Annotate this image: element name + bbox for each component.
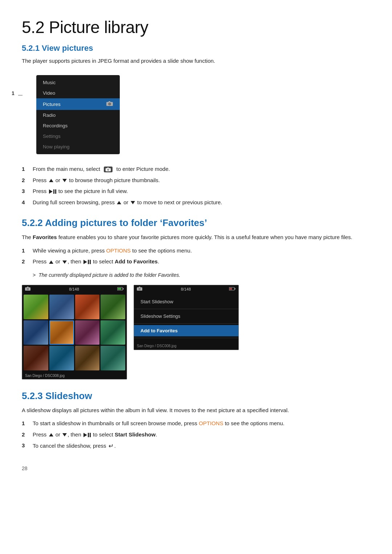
svg-rect-21 xyxy=(229,288,232,290)
step-523-2: 2 Press or , then to select Start Slides… xyxy=(22,431,370,439)
menu-item-music: Music xyxy=(36,77,120,88)
screen-battery xyxy=(117,287,124,291)
step-523-3-text: To cancel the slideshow, press ↵. xyxy=(33,442,116,451)
svg-rect-7 xyxy=(107,168,109,168)
thumbnail-screen: 8/148 San Diego / DSC008. xyxy=(22,285,127,379)
thumb-11 xyxy=(75,346,100,370)
thumbnail-grid xyxy=(22,293,127,372)
screen-footer-right: San Diego / DSC008.jpg xyxy=(134,342,238,350)
thumb-4 xyxy=(101,295,125,319)
step-522-1: 1 While viewing a picture, press OPTIONS… xyxy=(22,247,370,255)
screen-header-right: 8/148 xyxy=(134,285,238,293)
step-num-2: 2 xyxy=(22,176,33,185)
arrow-down-icon-4 xyxy=(62,433,67,436)
screen-battery-r xyxy=(229,287,236,291)
thumb-7 xyxy=(75,320,100,345)
step-522-2-text: Press or , then to select Add to Favorit… xyxy=(33,258,159,266)
opt-add-favorites: Add to Favorites xyxy=(134,325,238,336)
menu-item-now-playing: Now playing xyxy=(36,141,120,152)
opt-divider-2 xyxy=(134,323,238,324)
screen-footer-left: San Diego / DSC008.jpg xyxy=(22,372,127,379)
options-menu-screen: 8/148 Start Slideshow Slideshow Settings… xyxy=(134,285,239,350)
svg-point-10 xyxy=(27,288,28,290)
opt-divider-1 xyxy=(134,309,238,309)
thumb-3 xyxy=(75,295,100,319)
arrow-down-icon-2 xyxy=(131,201,135,204)
camera-icon-inline xyxy=(104,167,113,172)
svg-point-17 xyxy=(139,288,140,290)
thumb-5 xyxy=(24,320,48,345)
menu-item-video: Video xyxy=(36,88,120,98)
step-521-2-text: Press or to browse through picture thumb… xyxy=(33,176,160,185)
step-522-1-text: While viewing a picture, press OPTIONS t… xyxy=(33,247,192,255)
menu-item-settings: Settings xyxy=(36,131,120,141)
step-num-4: 4 xyxy=(22,198,33,207)
arrow-up-icon-3 xyxy=(49,260,53,264)
svg-rect-13 xyxy=(123,288,124,290)
screen-count: 8/148 xyxy=(69,287,79,291)
thumb-2 xyxy=(49,295,74,319)
step-num-1: 1 xyxy=(22,165,33,173)
svg-rect-20 xyxy=(235,288,236,290)
menu-indicator-arrow: — xyxy=(18,93,23,98)
back-icon: ↵ xyxy=(109,442,114,451)
arrow-down-icon xyxy=(62,179,67,182)
step-523-num-2: 2 xyxy=(22,431,33,439)
step-521-4-text: During full screen browsing, press or to… xyxy=(33,198,222,207)
page-title: 5.2 Picture library xyxy=(22,17,370,37)
play-pause-icon xyxy=(49,189,56,194)
arrow-up-icon-4 xyxy=(49,433,53,436)
menu-item-radio: Radio xyxy=(36,110,120,120)
step-522-num-1: 1 xyxy=(22,247,33,255)
thumb-10 xyxy=(49,346,74,370)
step-521-3: 3 Press to see the picture in full view. xyxy=(22,187,370,196)
play-pause-icon-2 xyxy=(83,260,91,264)
step-521-3-text: Press to see the picture in full view. xyxy=(33,187,128,196)
camera-icon xyxy=(106,101,113,107)
thumb-8 xyxy=(101,320,125,345)
step-522-2: 2 Press or , then to select Add to Favor… xyxy=(22,258,370,266)
sublist-item-522: The currently displayed picture is added… xyxy=(33,271,370,279)
step-523-num-3: 3 xyxy=(22,442,33,450)
options-text-1: OPTIONS xyxy=(106,247,131,254)
section-523-intro: A slideshow displays all pictures within… xyxy=(22,406,370,414)
thumb-6 xyxy=(49,320,74,345)
section-522-title: 5.2.2 Adding pictures to folder ‘Favorit… xyxy=(22,217,370,229)
step-521-2: 2 Press or to browse through picture thu… xyxy=(22,176,370,185)
thumb-1 xyxy=(24,295,48,319)
svg-rect-11 xyxy=(27,287,29,288)
screen-cam-icon xyxy=(25,287,31,292)
screen-header-left: 8/148 xyxy=(22,285,127,293)
main-menu-mockup: Music Video Pictures Radio Recordings Se… xyxy=(36,75,120,154)
arrow-down-icon-3 xyxy=(62,260,67,264)
screen-count-r: 8/148 xyxy=(181,287,191,291)
step-523-1-text: To start a slideshow in thumbnails or fu… xyxy=(33,419,285,428)
svg-point-6 xyxy=(108,169,109,170)
thumb-12 xyxy=(101,346,125,370)
step-521-1-text: From the main menu, select to enter Pict… xyxy=(33,165,170,173)
svg-rect-14 xyxy=(118,288,121,290)
step-523-3: 3 To cancel the slideshow, press ↵. xyxy=(22,442,370,451)
play-pause-icon-3 xyxy=(83,433,91,437)
options-text-2: OPTIONS xyxy=(199,420,224,426)
opt-start-slideshow: Start Slideshow xyxy=(134,296,238,307)
page-number: 28 xyxy=(22,465,370,471)
menu-item-pictures: Pictures xyxy=(36,98,120,110)
steps-522: 1 While viewing a picture, press OPTIONS… xyxy=(22,247,370,266)
menu-item-pictures-label: Pictures xyxy=(43,102,61,107)
menu-indicator-1: 1 xyxy=(12,90,15,96)
step-523-2-text: Press or , then to select Start Slidesho… xyxy=(33,431,157,439)
menu-item-recordings: Recordings xyxy=(36,120,120,131)
step-521-1: 1 From the main menu, select to enter Pi… xyxy=(22,165,370,173)
thumb-9 xyxy=(24,346,48,370)
arrow-up-icon xyxy=(49,179,53,182)
arrow-up-icon-2 xyxy=(117,201,121,204)
sublist-522: The currently displayed picture is added… xyxy=(33,271,370,279)
section-522-intro: The Favorites feature enables you to sha… xyxy=(22,233,370,241)
svg-rect-18 xyxy=(139,287,140,288)
step-521-4: 4 During full screen browsing, press or … xyxy=(22,198,370,207)
screenshots-row: 8/148 San Diego / DSC008. xyxy=(22,285,370,379)
section-523-title: 5.2.3 Slideshow xyxy=(22,390,370,402)
step-523-num-1: 1 xyxy=(22,419,33,428)
steps-521: 1 From the main menu, select to enter Pi… xyxy=(22,165,370,206)
